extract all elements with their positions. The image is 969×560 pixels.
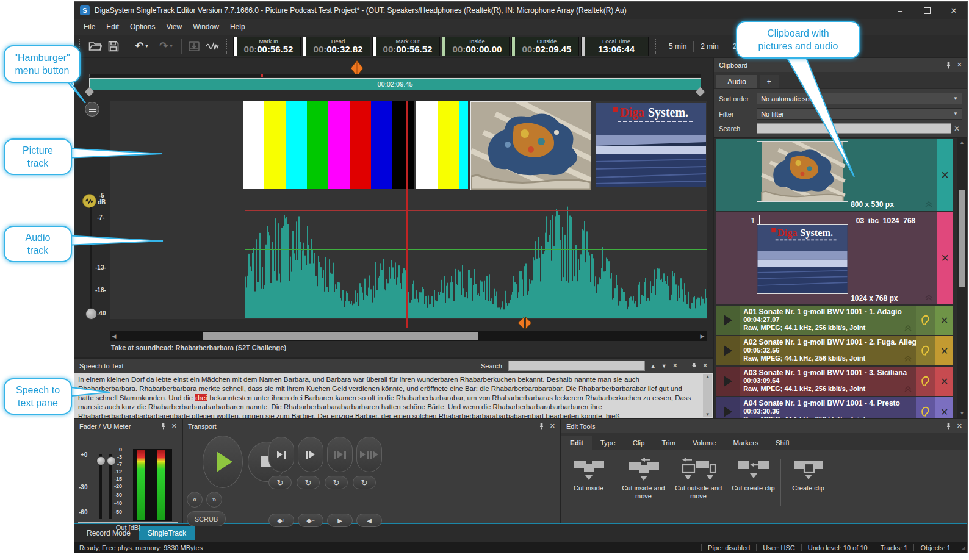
close-icon[interactable]: ✕ — [171, 422, 177, 430]
menu-edit[interactable]: Edit — [101, 19, 124, 35]
toolbar-grip[interactable] — [655, 39, 658, 54]
speech-search-input[interactable] — [508, 361, 645, 371]
play-button[interactable] — [716, 306, 740, 335]
add-marker-button[interactable]: ◆+ — [268, 514, 294, 527]
audio-track-icon[interactable] — [82, 194, 96, 208]
timeline-scroll-track[interactable] — [118, 332, 698, 340]
tab-trim[interactable]: Trim — [653, 436, 684, 450]
track-gain-slider[interactable] — [90, 207, 92, 313]
loop-all-button[interactable]: ↻ — [353, 476, 376, 489]
picture-thumbnail-digasystem[interactable]: Diga System. — [757, 224, 848, 294]
expand-chevron-icon[interactable] — [904, 353, 912, 364]
close-icon[interactable]: ✕ — [957, 61, 962, 69]
maximize-button[interactable] — [913, 2, 940, 19]
timeline-scrollbar[interactable]: ◀ ▶ — [110, 331, 707, 341]
inside-field[interactable]: Inside 00:00:00.00 — [442, 37, 510, 56]
overview-duration-bar[interactable]: 00:02:09.45 — [89, 78, 701, 90]
close-icon[interactable]: ✕ — [702, 362, 708, 370]
scrub-button[interactable]: SCRUB — [187, 511, 226, 526]
audio-waveform[interactable] — [245, 203, 707, 318]
close-icon[interactable]: ✕ — [957, 422, 962, 430]
menu-help[interactable]: Help — [225, 19, 251, 35]
clipboard-search-input[interactable] — [757, 123, 951, 134]
delete-item-button[interactable]: ✕ — [935, 306, 953, 335]
scroll-left-icon[interactable]: ◀ — [110, 333, 118, 339]
search-prev-icon[interactable]: ▲ — [650, 363, 656, 369]
picture-thumbnail-lizard[interactable] — [757, 141, 848, 202]
pin-icon[interactable] — [160, 423, 166, 430]
prelisten-button[interactable] — [916, 397, 935, 418]
fader-knob-left[interactable] — [96, 456, 106, 465]
prelisten-button[interactable] — [916, 367, 935, 396]
play-button[interactable] — [203, 436, 243, 488]
timeline-scroll-thumb[interactable] — [203, 332, 478, 340]
clipboard-audio-item-4[interactable]: A04 Sonate Nr. 1 g-moll BWV 1001 - 4. Pr… — [716, 397, 953, 418]
clipboard-picture-item-2[interactable]: 1 _03_ibc_1024_768 Diga System. — [716, 212, 953, 304]
sort-order-select[interactable]: No automatic sort▼ — [757, 93, 962, 104]
cut-outside-and-move-tool[interactable]: Cut outside and move — [671, 458, 726, 500]
delete-item-button[interactable]: ✕ — [935, 367, 953, 396]
waveform-tool-button[interactable] — [203, 38, 222, 55]
tab-markers[interactable]: Markers — [724, 436, 767, 450]
open-project-button[interactable] — [86, 38, 104, 55]
speech-text-area[interactable]: In einem kleinen Dorf da lebte einst ein… — [74, 373, 713, 418]
play-between-marks-button[interactable] — [327, 437, 353, 472]
clipboard-scroll-thumb[interactable] — [959, 190, 965, 287]
delete-item-button[interactable]: ✕ — [937, 139, 953, 211]
menu-options[interactable]: Options — [124, 19, 160, 35]
menu-window[interactable]: Window — [187, 19, 225, 35]
expand-chevron-icon[interactable] — [904, 323, 912, 334]
expand-chevron-icon[interactable] — [904, 384, 912, 395]
overview-mini-strip[interactable] — [89, 74, 701, 77]
play-button[interactable] — [716, 336, 740, 365]
toolbar-grip[interactable] — [226, 39, 229, 54]
cut-inside-and-move-tool[interactable]: Cut inside and move — [616, 458, 671, 500]
scroll-down-icon[interactable]: ▼ — [960, 411, 965, 416]
mark-in-field[interactable]: Mark In 00:00:56.52 — [233, 37, 301, 56]
close-icon[interactable]: ✕ — [550, 422, 555, 430]
filter-select[interactable]: No filter▼ — [757, 108, 962, 120]
save-project-button[interactable] — [104, 38, 123, 55]
mark-out-field[interactable]: Mark Out 00:00:56.52 — [372, 37, 440, 56]
tab-shift[interactable]: Shift — [767, 436, 798, 450]
play-button[interactable] — [716, 367, 740, 396]
play-to-head-button[interactable] — [268, 437, 294, 472]
pin-icon[interactable] — [539, 423, 544, 430]
local-time-field[interactable]: Local Time 13:06:44 — [581, 37, 649, 56]
clipboard-tab-audio[interactable]: Audio — [716, 75, 757, 88]
menu-file[interactable]: File — [78, 19, 101, 35]
duration-2min-button[interactable]: 2 min — [694, 38, 725, 54]
next-marker-button[interactable]: ▶ — [327, 514, 353, 527]
resize-grip[interactable]: ◢ — [957, 545, 967, 551]
hamburger-menu-button[interactable] — [85, 102, 99, 117]
scroll-right-icon[interactable]: ▶ — [698, 333, 707, 339]
expand-chevron-icon[interactable] — [924, 199, 933, 210]
close-button[interactable]: ✕ — [940, 2, 967, 19]
play-button[interactable] — [716, 397, 740, 418]
skip-forward-button[interactable]: » — [206, 492, 222, 508]
pin-icon[interactable] — [691, 362, 697, 370]
tab-type[interactable]: Type — [592, 436, 624, 450]
scroll-down-icon[interactable]: ▼ — [705, 412, 710, 417]
tab-edit[interactable]: Edit — [561, 436, 592, 450]
track-gain-knob[interactable] — [85, 308, 97, 320]
redo-button[interactable]: ↷▾ — [154, 38, 178, 55]
picture-clip-lizard[interactable] — [470, 101, 591, 190]
head-field[interactable]: Head 00:00:32.82 — [303, 37, 370, 56]
minimize-button[interactable]: – — [887, 2, 913, 19]
search-next-icon[interactable]: ▼ — [661, 363, 667, 369]
loop-out-button[interactable]: ↻ — [297, 476, 320, 489]
tab-volume[interactable]: Volume — [684, 436, 724, 450]
clipboard-audio-item-2[interactable]: A02 Sonate Nr. 1 g-moll BWV 1001 - 2. Fu… — [716, 336, 953, 365]
duration-5min-button[interactable]: 5 min — [662, 38, 693, 54]
pin-icon[interactable] — [946, 423, 951, 430]
play-around-head-button[interactable] — [356, 437, 382, 472]
prev-marker-button[interactable]: ◀ — [356, 514, 382, 527]
clipboard-audio-item-1[interactable]: A01 Sonate Nr. 1 g-moll BWV 1001 - 1. Ad… — [716, 306, 953, 335]
picture-clip-colorbars-2[interactable] — [416, 101, 468, 189]
search-clear-icon[interactable]: ✕ — [672, 362, 678, 370]
loop-in-button[interactable]: ↻ — [268, 476, 292, 489]
delete-item-button[interactable]: ✕ — [935, 397, 953, 418]
speech-scrollbar[interactable]: ▲▼ — [703, 374, 712, 417]
delete-item-button[interactable]: ✕ — [937, 212, 953, 304]
